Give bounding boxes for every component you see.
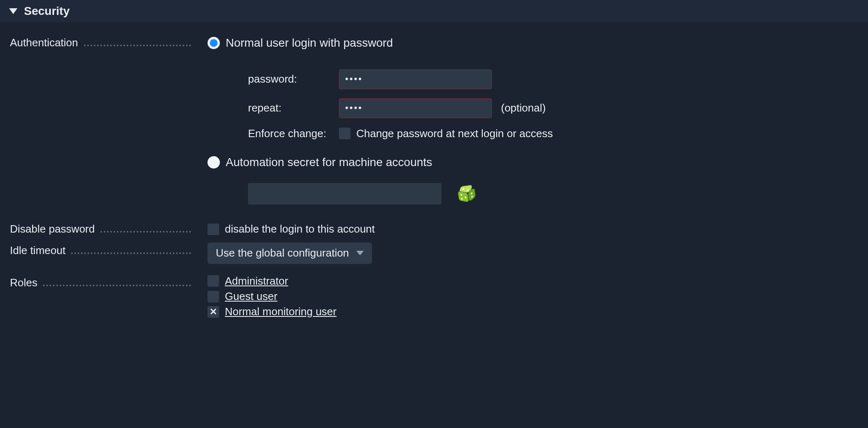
form-area: Authentication Normal user login with pa… — [0, 22, 868, 342]
label-repeat: repeat: — [248, 102, 339, 114]
role-link-guest[interactable]: Guest user — [225, 290, 277, 303]
role-row: ✕ Normal monitoring user — [207, 305, 858, 318]
x-icon: ✕ — [210, 307, 217, 316]
section-header[interactable]: Security — [0, 0, 868, 22]
radio-auth-automation[interactable] — [207, 156, 220, 169]
label-password: password: — [248, 73, 339, 86]
checkbox-enforce-change-label: Change password at next login or access — [356, 127, 553, 140]
role-link-normal-monitoring[interactable]: Normal monitoring user — [225, 305, 336, 318]
automation-secret-input[interactable] — [248, 183, 441, 204]
select-idle-timeout[interactable]: Use the global configuration — [207, 243, 372, 264]
checkbox-enforce-change[interactable] — [339, 128, 351, 139]
repeat-hint: (optional) — [501, 102, 546, 114]
checkbox-disable-password-label: disable the login to this account — [225, 223, 375, 235]
chevron-down-icon — [356, 251, 364, 255]
label-roles: Roles — [10, 275, 191, 291]
checkbox-role-guest[interactable] — [207, 291, 219, 302]
password-repeat-input[interactable]: •••• — [339, 98, 492, 118]
section-title: Security — [24, 4, 70, 18]
checkbox-role-normal-monitoring[interactable]: ✕ — [207, 306, 219, 318]
password-input[interactable]: •••• — [339, 69, 492, 89]
password-block: password: •••• repeat: •••• (optional) E… — [248, 69, 858, 140]
label-disable-password: Disable password — [10, 221, 191, 238]
radio-auth-automation-label: Automation secret for machine accounts — [226, 155, 432, 169]
radio-auth-normal[interactable] — [207, 37, 220, 49]
label-authentication: Authentication — [10, 35, 191, 51]
role-row: Administrator — [207, 275, 858, 288]
checkbox-disable-password[interactable] — [207, 224, 219, 235]
radio-auth-normal-label: Normal user login with password — [226, 36, 393, 50]
label-enforce-change: Enforce change: — [248, 127, 339, 140]
label-idle-timeout: Idle timeout — [10, 243, 191, 259]
automation-secret-block — [248, 183, 858, 204]
select-idle-timeout-value: Use the global configuration — [216, 247, 349, 259]
role-row: Guest user — [207, 290, 858, 303]
dice-icon[interactable] — [457, 184, 475, 203]
role-link-administrator[interactable]: Administrator — [225, 275, 288, 288]
collapse-icon — [9, 8, 17, 14]
checkbox-role-administrator[interactable] — [207, 275, 219, 287]
